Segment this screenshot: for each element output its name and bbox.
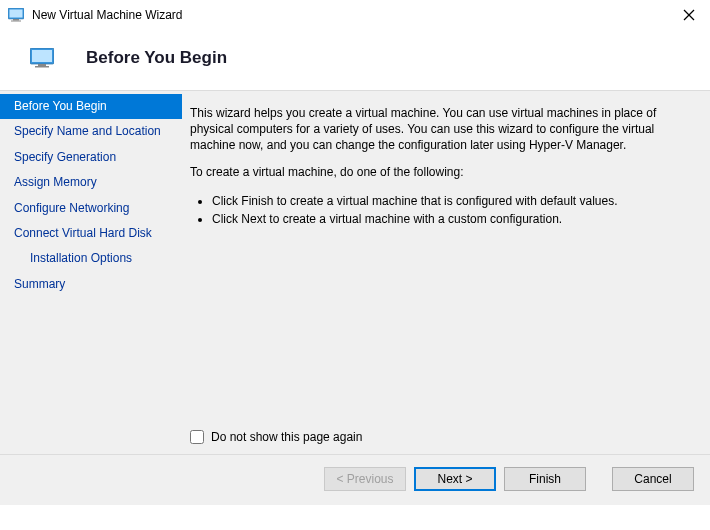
close-icon[interactable]	[682, 8, 696, 22]
sidebar-item-label: Specify Generation	[14, 150, 116, 164]
checkbox-label: Do not show this page again	[211, 430, 362, 444]
sidebar-item-label: Configure Networking	[14, 201, 129, 215]
cancel-button[interactable]: Cancel	[612, 467, 694, 491]
svg-rect-8	[38, 64, 46, 66]
wizard-header: Before You Begin	[0, 30, 710, 91]
bullet-item: Click Next to create a virtual machine w…	[212, 210, 692, 228]
titlebar: New Virtual Machine Wizard	[0, 0, 710, 30]
content-panel: This wizard helps you create a virtual m…	[182, 91, 710, 454]
sidebar-item-connect-vhd[interactable]: Connect Virtual Hard Disk	[0, 221, 182, 246]
sidebar-item-label: Before You Begin	[14, 99, 107, 113]
sidebar-item-label: Connect Virtual Hard Disk	[14, 226, 152, 240]
app-icon	[8, 7, 24, 23]
sidebar-item-label: Summary	[14, 277, 65, 291]
vm-icon	[30, 48, 58, 68]
sidebar-item-assign-memory[interactable]: Assign Memory	[0, 170, 182, 195]
do-not-show-checkbox[interactable]	[190, 430, 204, 444]
sidebar-item-specify-generation[interactable]: Specify Generation	[0, 145, 182, 170]
svg-rect-2	[13, 19, 19, 21]
bullet-item: Click Finish to create a virtual machine…	[212, 192, 692, 210]
window-title: New Virtual Machine Wizard	[32, 8, 682, 22]
sidebar-item-label: Installation Options	[30, 251, 132, 265]
next-button[interactable]: Next >	[414, 467, 496, 491]
svg-rect-7	[32, 50, 52, 62]
intro-text: This wizard helps you create a virtual m…	[190, 105, 692, 154]
sidebar: Before You Begin Specify Name and Locati…	[0, 91, 182, 454]
finish-button[interactable]: Finish	[504, 467, 586, 491]
svg-rect-1	[10, 10, 23, 18]
sidebar-item-configure-networking[interactable]: Configure Networking	[0, 196, 182, 221]
sidebar-item-label: Specify Name and Location	[14, 124, 161, 138]
page-title: Before You Begin	[86, 48, 227, 68]
wizard-body: Before You Begin Specify Name and Locati…	[0, 91, 710, 454]
sidebar-item-specify-name[interactable]: Specify Name and Location	[0, 119, 182, 144]
wizard-footer: < Previous Next > Finish Cancel	[0, 454, 710, 505]
instruction-text: To create a virtual machine, do one of t…	[190, 164, 692, 180]
svg-rect-3	[11, 21, 21, 22]
spacer	[594, 467, 604, 491]
sidebar-item-installation-options[interactable]: Installation Options	[0, 246, 182, 271]
bullet-list: Click Finish to create a virtual machine…	[212, 192, 692, 228]
previous-button: < Previous	[324, 467, 406, 491]
sidebar-item-before-you-begin[interactable]: Before You Begin	[0, 94, 182, 119]
sidebar-item-label: Assign Memory	[14, 175, 97, 189]
do-not-show-row: Do not show this page again	[190, 430, 362, 444]
sidebar-item-summary[interactable]: Summary	[0, 272, 182, 297]
svg-rect-9	[35, 66, 49, 68]
